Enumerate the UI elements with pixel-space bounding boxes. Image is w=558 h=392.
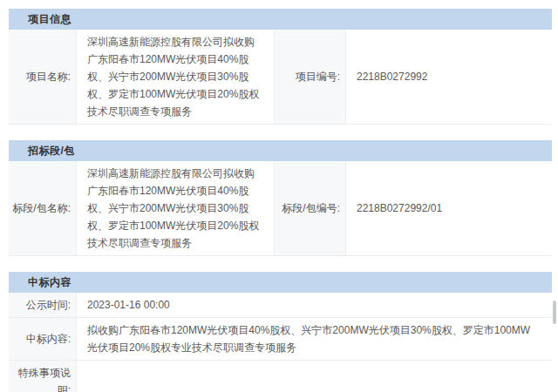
special-note-label: 特殊事项说明: <box>9 361 77 392</box>
package-code-value: 2218B0272992/01 <box>346 161 552 255</box>
package-name-value: 深圳高速新能源控股有限公司拟收购广东阳春市120MW光伏项目40%股权、兴宁市2… <box>77 161 275 255</box>
section-award-content: 中标内容 公示时间: 2023-01-16 00:00 中标内容: 拟收购广东阳… <box>9 272 552 392</box>
award-content-value: 拟收购广东阳春市120MW光伏项目40%股权、兴宁市200MW光伏项目30%股权… <box>77 318 552 360</box>
package-name-label: 标段/包名称: <box>9 161 77 255</box>
award-content-row: 中标内容: 拟收购广东阳春市120MW光伏项目40%股权、兴宁市200MW光伏项… <box>9 318 552 361</box>
section-bid-package: 招标段/包 标段/包名称: 深圳高速新能源控股有限公司拟收购广东阳春市120MW… <box>9 140 552 256</box>
publicity-time-row: 公示时间: 2023-01-16 00:00 <box>9 293 552 318</box>
bid-package-row: 标段/包名称: 深圳高速新能源控股有限公司拟收购广东阳春市120MW光伏项目40… <box>9 161 552 256</box>
project-code-value: 2218B0272992 <box>346 30 552 124</box>
project-name-label: 项目名称: <box>9 30 77 124</box>
special-note-row: 特殊事项说明: <box>9 361 552 392</box>
special-note-value <box>77 361 552 392</box>
project-code-label: 项目编号: <box>275 30 346 124</box>
publicity-time-label: 公示时间: <box>9 293 77 317</box>
publicity-time-value: 2023-01-16 00:00 <box>77 293 552 317</box>
section-title-award-content: 中标内容 <box>9 272 552 293</box>
section-title-bid-package: 招标段/包 <box>9 140 552 161</box>
bid-announcement-page: 项目信息 项目名称: 深圳高速新能源控股有限公司拟收购广东阳春市120MW光伏项… <box>0 0 558 392</box>
vertical-scrollbar-thumb[interactable] <box>553 301 556 324</box>
section-title-project-info: 项目信息 <box>9 9 552 30</box>
award-content-label: 中标内容: <box>9 318 77 360</box>
package-code-label: 标段/包编号: <box>275 161 346 255</box>
section-project-info: 项目信息 项目名称: 深圳高速新能源控股有限公司拟收购广东阳春市120MW光伏项… <box>9 9 552 125</box>
project-name-value: 深圳高速新能源控股有限公司拟收购广东阳春市120MW光伏项目40%股权、兴宁市2… <box>77 30 275 124</box>
project-info-row: 项目名称: 深圳高速新能源控股有限公司拟收购广东阳春市120MW光伏项目40%股… <box>9 30 552 125</box>
